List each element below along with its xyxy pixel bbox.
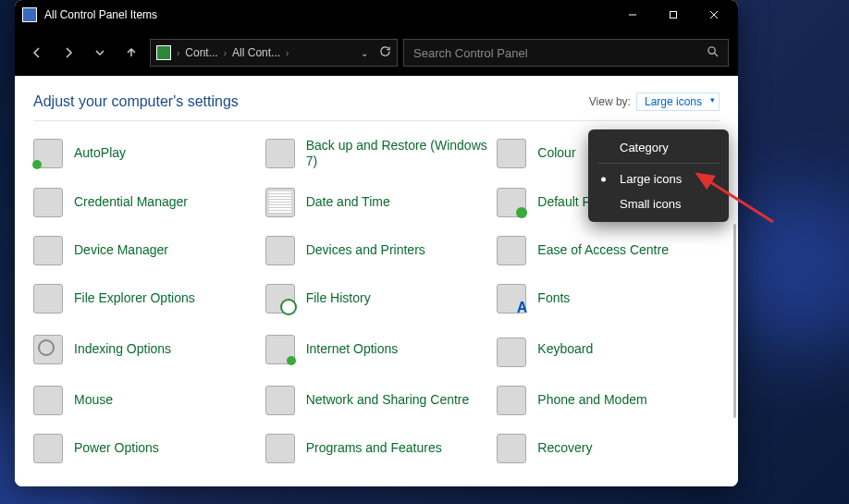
cpl-item-label: Power Options [74, 440, 159, 456]
chevron-right-icon: › [177, 48, 179, 58]
menu-divider [597, 163, 720, 164]
cpl-item-label: Ease of Access Centre [537, 242, 669, 258]
file-explorer-options-icon [33, 284, 63, 313]
cpl-item-label: Keyboard [537, 341, 593, 357]
svg-rect-1 [671, 12, 677, 18]
autoplay-icon [33, 139, 63, 168]
page-heading: Adjust your computer's settings [33, 93, 239, 110]
control-panel-icon [22, 7, 37, 22]
address-bar[interactable]: › Cont... › All Cont... › ⌄ [150, 39, 398, 67]
cpl-item-keyboard[interactable]: Keyboard [497, 332, 720, 367]
device-manager-icon [33, 236, 63, 265]
cpl-item-backup-restore[interactable]: Back up and Restore (Windows 7) [265, 138, 488, 169]
internet-options-icon [265, 335, 295, 364]
close-button[interactable] [694, 1, 734, 29]
titlebar: All Control Panel Items [15, 0, 738, 30]
colour-icon [497, 139, 526, 168]
power-options-icon [33, 434, 63, 463]
cpl-item-indexing-options[interactable]: Indexing Options [33, 332, 256, 367]
divider [33, 120, 720, 121]
cpl-item-label: Back up and Restore (Windows 7) [306, 138, 488, 169]
svg-line-5 [714, 53, 718, 56]
backup-restore-icon [265, 139, 295, 168]
phone-modem-icon [497, 386, 526, 415]
cpl-item-label: Date and Time [306, 194, 390, 210]
minimize-button[interactable] [612, 1, 653, 29]
cpl-item-label: AutoPlay [74, 145, 126, 161]
viewby-option-small-icons[interactable]: Small icons [588, 191, 729, 216]
cpl-item-label: Phone and Modem [537, 392, 646, 408]
cpl-item-label: Network and Sharing Centre [306, 392, 470, 408]
window-title: All Control Panel Items [44, 8, 612, 21]
refresh-button[interactable] [379, 45, 391, 60]
ease-of-access-icon [497, 236, 526, 265]
keyboard-icon [497, 338, 526, 367]
breadcrumb-segment-2[interactable]: All Cont... [232, 46, 280, 59]
viewby-option-large-icons[interactable]: Large icons [588, 166, 729, 191]
cpl-item-ease-of-access[interactable]: Ease of Access Centre [497, 236, 720, 265]
mouse-icon [33, 386, 63, 415]
cpl-item-label: Recovery [537, 440, 592, 456]
cpl-item-file-explorer-options[interactable]: File Explorer Options [33, 284, 256, 313]
scrollbar[interactable] [733, 224, 736, 418]
maximize-button[interactable] [653, 1, 694, 29]
credential-manager-icon [33, 188, 63, 217]
cpl-item-devices-printers[interactable]: Devices and Printers [265, 236, 488, 265]
chevron-right-icon: › [286, 48, 289, 58]
cpl-item-label: Mouse [74, 392, 113, 408]
cpl-item-file-history[interactable]: File History [265, 284, 488, 313]
breadcrumb-root-icon [156, 45, 171, 60]
breadcrumb-segment-1[interactable]: Cont... [185, 46, 217, 59]
cpl-item-label: Devices and Printers [306, 242, 425, 258]
cpl-item-fonts[interactable]: Fonts [497, 284, 720, 313]
cpl-item-autoplay[interactable]: AutoPlay [33, 138, 256, 169]
cpl-item-label: Credential Manager [74, 194, 188, 210]
cpl-item-network-sharing[interactable]: Network and Sharing Centre [265, 386, 488, 415]
network-sharing-icon [265, 386, 295, 415]
cpl-item-internet-options[interactable]: Internet Options [265, 332, 488, 367]
file-history-icon [265, 284, 295, 313]
search-icon [707, 45, 719, 60]
viewby-dropdown[interactable]: Large icons [636, 92, 720, 111]
forward-button[interactable] [55, 40, 81, 66]
cpl-item-label: File Explorer Options [74, 290, 195, 306]
viewby-menu: Category Large icons Small icons [588, 129, 729, 222]
cpl-item-device-manager[interactable]: Device Manager [33, 236, 256, 265]
cpl-item-label: Indexing Options [74, 341, 171, 357]
viewby-label: View by: [589, 95, 631, 108]
chevron-right-icon: › [224, 48, 227, 58]
fonts-icon [497, 284, 526, 313]
address-dropdown-icon[interactable]: ⌄ [361, 48, 368, 58]
search-input[interactable]: Search Control Panel [403, 39, 729, 67]
up-button[interactable] [118, 40, 144, 66]
cpl-item-mouse[interactable]: Mouse [33, 386, 256, 415]
cpl-item-label: Programs and Features [306, 440, 442, 456]
programs-features-icon [265, 434, 295, 463]
cpl-item-date-time[interactable]: Date and Time [265, 188, 488, 217]
control-panel-window: All Control Panel Items › Cont... › A [15, 0, 738, 486]
cpl-item-label: Colour [537, 145, 575, 161]
cpl-item-recovery[interactable]: Recovery [497, 434, 720, 463]
indexing-options-icon [33, 335, 63, 364]
cpl-item-label: Internet Options [306, 341, 399, 357]
recent-dropdown[interactable] [87, 40, 113, 66]
devices-printers-icon [265, 236, 295, 265]
nav-toolbar: › Cont... › All Cont... › ⌄ Search Contr… [15, 30, 738, 76]
cpl-item-power-options[interactable]: Power Options [33, 434, 256, 463]
back-button[interactable] [24, 40, 50, 66]
date-time-icon [265, 188, 295, 217]
cpl-item-label: Device Manager [74, 242, 168, 258]
viewby-option-category[interactable]: Category [588, 135, 729, 160]
search-placeholder: Search Control Panel [413, 46, 528, 60]
svg-point-4 [708, 47, 715, 54]
cpl-item-credential-manager[interactable]: Credential Manager [33, 188, 256, 217]
default-programs-icon [497, 188, 526, 217]
cpl-item-phone-modem[interactable]: Phone and Modem [497, 386, 720, 415]
cpl-item-label: Fonts [537, 290, 570, 306]
cpl-item-programs-features[interactable]: Programs and Features [265, 434, 488, 463]
cpl-item-label: File History [306, 290, 371, 306]
recovery-icon [497, 434, 526, 463]
